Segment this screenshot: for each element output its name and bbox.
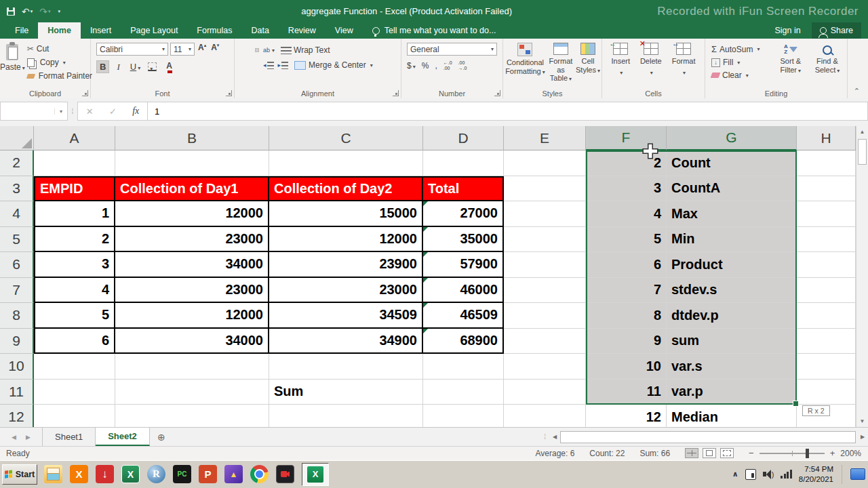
row-header-6[interactable]: 6 <box>0 252 34 278</box>
status-sum[interactable]: Sum: 66 <box>639 449 670 458</box>
fill-button[interactable]: ↓Fill <box>709 57 772 68</box>
zoom-level[interactable]: 200% <box>840 449 861 458</box>
cell-D4[interactable]: 27000 <box>423 201 504 227</box>
cell-H4[interactable] <box>797 201 856 227</box>
cell-A10[interactable] <box>34 354 115 380</box>
normal-view-button[interactable] <box>685 448 698 458</box>
cell-A5[interactable]: 2 <box>34 227 115 253</box>
comma-style-button[interactable]: , <box>435 61 437 70</box>
r-icon[interactable]: R <box>147 465 165 483</box>
decrease-indent-button[interactable]: ◂ <box>263 62 274 69</box>
cell-D10[interactable] <box>423 354 504 380</box>
insert-function-icon[interactable]: fx <box>132 106 139 117</box>
name-box[interactable]: ▾ <box>0 102 68 121</box>
cell-C9[interactable]: 34900 <box>269 329 423 354</box>
percent-style-button[interactable]: % <box>422 61 429 70</box>
clear-button[interactable]: Clear <box>709 70 772 81</box>
decrease-decimal-button[interactable]: .00→.0 <box>458 60 467 70</box>
row-header-10[interactable]: 10 <box>0 354 34 380</box>
cell-B12[interactable] <box>115 405 269 427</box>
cell-C10[interactable] <box>269 354 423 380</box>
cell-G7[interactable]: stdev.s <box>667 278 797 304</box>
cell-G10[interactable]: var.s <box>667 354 797 380</box>
pycharm-icon[interactable]: PC <box>173 465 191 483</box>
row-header-8[interactable]: 8 <box>0 303 34 329</box>
start-button[interactable]: Start <box>2 464 37 485</box>
cell-A3[interactable]: EMPID <box>34 176 115 202</box>
powerpoint-icon[interactable]: P <box>199 465 217 483</box>
row-header-4[interactable]: 4 <box>0 201 34 227</box>
cell-F9[interactable]: 9 <box>586 329 667 354</box>
column-header-B[interactable]: B <box>115 126 269 150</box>
column-header-E[interactable]: E <box>504 126 586 150</box>
cell-A4[interactable]: 1 <box>34 201 115 227</box>
align-center-button[interactable] <box>247 63 251 67</box>
cell-C7[interactable]: 23000 <box>269 278 423 304</box>
alignment-dialog-launcher[interactable] <box>393 90 399 96</box>
zoom-out-icon[interactable]: − <box>749 448 754 458</box>
cell-E3[interactable] <box>504 176 586 202</box>
hscroll-left-icon[interactable]: ◀ <box>549 434 560 440</box>
tab-view[interactable]: View <box>326 22 363 39</box>
cell-B7[interactable]: 23000 <box>115 278 269 304</box>
align-right-button[interactable] <box>255 63 259 67</box>
cell-G4[interactable]: Max <box>667 201 797 227</box>
cell-G8[interactable]: dtdev.p <box>667 303 797 329</box>
increase-indent-button[interactable]: ▸ <box>278 62 289 69</box>
cell-C11[interactable]: Sum <box>269 380 423 405</box>
hscroll-splitter[interactable]: ⁞ <box>540 433 549 441</box>
customize-qat-icon[interactable]: ▾ <box>58 9 61 14</box>
cell-E11[interactable] <box>504 380 586 405</box>
cell-F3[interactable]: 3 <box>586 176 667 202</box>
cancel-icon[interactable]: ✕ <box>86 106 94 117</box>
vertical-scroll-thumb[interactable] <box>858 139 867 165</box>
cell-G12[interactable]: Median <box>667 405 797 427</box>
cell-A2[interactable] <box>34 150 115 176</box>
wrap-text-button[interactable]: Wrap Text <box>279 45 332 56</box>
cell-D12[interactable] <box>423 405 504 427</box>
row-header-12[interactable]: 12 <box>0 405 34 427</box>
cell-H8[interactable] <box>797 303 856 329</box>
hscroll-right-icon[interactable]: ▶ <box>857 434 868 440</box>
cell-E2[interactable] <box>504 150 586 176</box>
cell-B8[interactable]: 12000 <box>115 303 269 329</box>
shrink-font-button[interactable]: A▾ <box>210 43 220 56</box>
cell-A11[interactable] <box>34 380 115 405</box>
cell-G9[interactable]: sum <box>667 329 797 354</box>
tray-chevron-icon[interactable]: ∧ <box>732 470 738 479</box>
cell-D3[interactable]: Total <box>423 176 504 202</box>
share-button[interactable]: Share <box>812 22 861 39</box>
tab-formulas[interactable]: Formulas <box>187 22 241 39</box>
grow-font-button[interactable]: A▴ <box>197 43 208 56</box>
tab-home[interactable]: Home <box>38 22 81 39</box>
column-header-D[interactable]: D <box>423 126 504 150</box>
font-name-combo[interactable]: Calibri▾ <box>96 43 168 56</box>
cell-B10[interactable] <box>115 354 269 380</box>
cell-F8[interactable]: 8 <box>586 303 667 329</box>
cell-D8[interactable]: 46509 <box>423 303 504 329</box>
cell-F4[interactable]: 4 <box>586 201 667 227</box>
cell-H2[interactable] <box>797 150 856 176</box>
cell-H9[interactable] <box>797 329 856 354</box>
select-all-corner[interactable] <box>0 126 34 150</box>
cell-H10[interactable] <box>797 354 856 380</box>
cell-F5[interactable]: 5 <box>586 227 667 253</box>
column-header-H[interactable]: H <box>797 126 856 150</box>
column-header-F[interactable]: F <box>586 126 667 150</box>
row-header-5[interactable]: 5 <box>0 227 34 253</box>
cell-E5[interactable] <box>504 227 586 253</box>
cell-C5[interactable]: 12000 <box>269 227 423 253</box>
italic-button[interactable] <box>114 61 122 73</box>
new-sheet-icon[interactable]: ⊕ <box>150 428 173 446</box>
row-header-3[interactable]: 3 <box>0 176 34 202</box>
column-header-A[interactable]: A <box>34 126 115 150</box>
cell-E7[interactable] <box>504 278 586 304</box>
bold-button[interactable] <box>96 60 109 73</box>
cell-H5[interactable] <box>797 227 856 253</box>
row-header-9[interactable]: 9 <box>0 329 34 354</box>
font-size-combo[interactable]: 11▾ <box>170 43 195 56</box>
touch-keyboard-icon[interactable] <box>745 469 756 480</box>
cell-G6[interactable]: Product <box>667 252 797 278</box>
cell-F6[interactable]: 6 <box>586 252 667 278</box>
cell-F12[interactable]: 12 <box>586 405 667 427</box>
